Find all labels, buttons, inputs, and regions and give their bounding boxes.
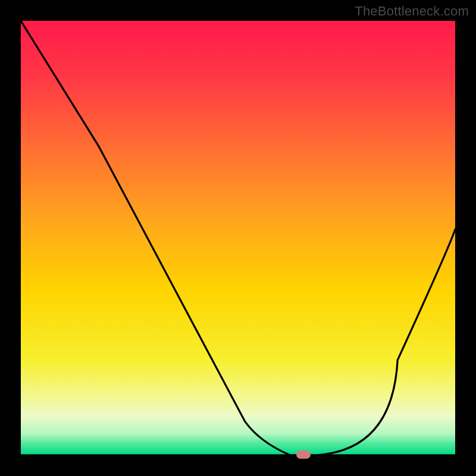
watermark-text: TheBottleneck.com [355,4,469,19]
bottleneck-curve [21,21,455,455]
optimal-marker [296,450,311,459]
chart-container: TheBottleneck.com [0,0,476,476]
plot-area [21,21,455,455]
